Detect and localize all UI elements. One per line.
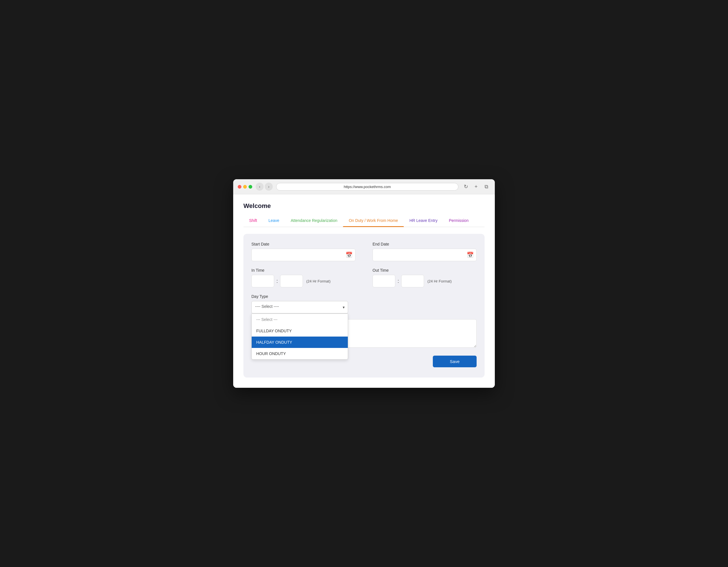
end-date-label: End Date [373, 242, 477, 246]
dropdown-item-hour[interactable]: HOUR ONDUTY [252, 348, 348, 359]
out-time-format: (24 Hr Format) [427, 279, 452, 284]
out-time-separator: : [398, 278, 399, 284]
tab-attendance-regularization[interactable]: Attendance Regularization [285, 214, 343, 227]
tab-permission[interactable]: Permission [443, 214, 474, 227]
date-row: Start Date 📅 End Date 📅 [251, 242, 477, 261]
save-button[interactable]: Save [433, 356, 477, 367]
in-time-format: (24 Hr Format) [306, 279, 330, 284]
out-time-group: Out Time : (24 Hr Format) [373, 268, 477, 288]
tab-leave[interactable]: Leave [263, 214, 285, 227]
in-time-row: : (24 Hr Format) [251, 275, 355, 288]
end-date-group: End Date 📅 [373, 242, 477, 261]
browser-chrome: ‹ › https://www.pockethrms.com ↻ + ⧉ [233, 179, 495, 194]
out-time-minutes-input[interactable] [401, 275, 424, 288]
out-time-hours-input[interactable] [373, 275, 395, 288]
nav-buttons: ‹ › [256, 183, 273, 191]
in-time-minutes-input[interactable] [280, 275, 303, 288]
out-time-label: Out Time [373, 268, 477, 272]
form-card: Start Date 📅 End Date 📅 In [243, 234, 485, 378]
back-button[interactable]: ‹ [256, 183, 264, 191]
in-time-hours-input[interactable] [251, 275, 274, 288]
tabs-nav: Shift Leave Attendance Regularization On… [243, 214, 485, 227]
duplicate-button[interactable]: ⧉ [482, 183, 490, 191]
tab-onduty-work-from-home[interactable]: On Duty / Work From Home [343, 214, 404, 227]
start-date-group: Start Date 📅 [251, 242, 355, 261]
address-bar[interactable]: https://www.pockethrms.com [276, 183, 458, 191]
minimize-button[interactable] [243, 185, 247, 189]
browser-actions: ↻ + ⧉ [462, 183, 490, 191]
maximize-button[interactable] [249, 185, 252, 189]
dropdown-item-placeholder[interactable]: --- Select --- [252, 314, 348, 325]
dropdown-item-halfday[interactable]: HALFDAY ONDUTY [252, 337, 348, 348]
new-tab-button[interactable]: + [472, 183, 480, 191]
day-type-dropdown: --- Select --- FULLDAY ONDUTY HALFDAY ON… [251, 314, 348, 360]
page-content: Welcome Shift Leave Attendance Regulariz… [233, 194, 495, 388]
window-controls [238, 185, 252, 189]
close-button[interactable] [238, 185, 241, 189]
end-date-wrapper: 📅 [373, 249, 477, 261]
tab-shift[interactable]: Shift [243, 214, 263, 227]
browser-window: ‹ › https://www.pockethrms.com ↻ + ⧉ Wel… [233, 179, 495, 388]
dropdown-item-fullday[interactable]: FULLDAY ONDUTY [252, 325, 348, 337]
time-row: In Time : (24 Hr Format) Out Time : (24 [251, 268, 477, 288]
start-date-label: Start Date [251, 242, 355, 246]
in-time-separator: : [276, 278, 278, 284]
back-icon: ‹ [259, 184, 260, 189]
page-title: Welcome [243, 202, 485, 210]
day-type-select[interactable]: ---- Select ---- [251, 301, 348, 314]
day-type-select-wrapper: ---- Select ---- ▾ --- Select --- FULLDA… [251, 301, 348, 314]
start-date-wrapper: 📅 [251, 249, 355, 261]
forward-button[interactable]: › [265, 183, 273, 191]
start-date-input[interactable] [251, 249, 355, 261]
tab-hr-leave-entry[interactable]: HR Leave Entry [404, 214, 443, 227]
in-time-group: In Time : (24 Hr Format) [251, 268, 355, 288]
day-type-label: Day Type [251, 294, 477, 299]
end-date-input[interactable] [373, 249, 477, 261]
day-type-section: Day Type ---- Select ---- ▾ --- Select -… [251, 294, 477, 314]
out-time-row: : (24 Hr Format) [373, 275, 477, 288]
forward-icon: › [268, 184, 270, 189]
refresh-button[interactable]: ↻ [462, 183, 470, 191]
in-time-label: In Time [251, 268, 355, 272]
